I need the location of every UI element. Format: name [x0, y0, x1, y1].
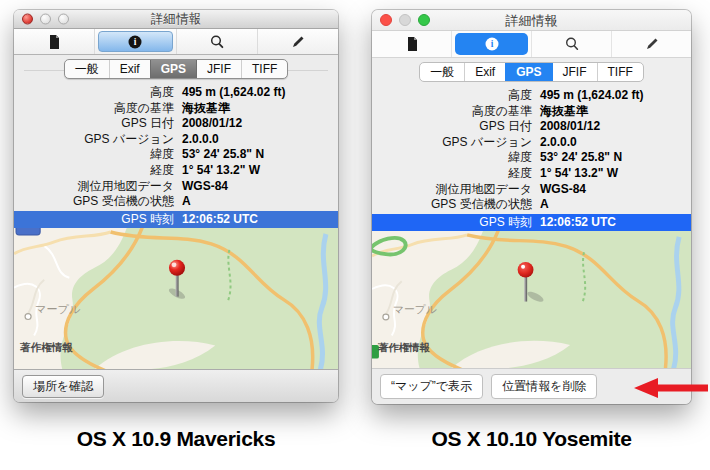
- toolbar: i: [372, 31, 691, 58]
- tab-gps[interactable]: GPS: [150, 60, 196, 78]
- document-icon: [46, 34, 62, 50]
- selected-table-row[interactable]: GPS 時刻 12:06:52 UTC: [372, 214, 691, 231]
- row-value: WGS-84: [182, 179, 228, 195]
- row-value: 1° 54' 13.2" W: [540, 166, 618, 182]
- toolbar-document-segment[interactable]: [14, 29, 94, 54]
- table-row[interactable]: GPS バージョン2.0.0.0: [372, 135, 691, 151]
- row-value: 2008/01/12: [182, 116, 242, 132]
- tab-gps[interactable]: GPS: [505, 63, 551, 81]
- row-value: 12:06:52 UTC: [182, 211, 258, 228]
- table-row[interactable]: GPS 日付2008/01/12: [372, 119, 691, 135]
- toolbar-info-segment[interactable]: i: [451, 31, 531, 57]
- search-icon: [564, 36, 580, 52]
- row-value: 2.0.0.0: [182, 132, 219, 148]
- row-value: WGS-84: [540, 182, 586, 198]
- tab-general[interactable]: 一般: [420, 63, 464, 81]
- tab-tiff[interactable]: TIFF: [597, 63, 643, 81]
- comparison-figure: 詳細情報 i: [0, 0, 710, 470]
- info-icon: i: [484, 36, 500, 52]
- toolbar-info-segment[interactable]: i: [94, 29, 175, 54]
- row-value: A: [540, 197, 549, 213]
- table-row[interactable]: GPS バージョン2.0.0.0: [14, 132, 338, 148]
- table-row[interactable]: 緯度53° 24' 25.8" N: [372, 150, 691, 166]
- tab-jfif[interactable]: JFIF: [552, 63, 597, 81]
- map-place-label: マープル: [393, 303, 437, 315]
- map-copyright-label[interactable]: 著作権情報: [19, 341, 73, 353]
- toolbar-document-segment[interactable]: [372, 31, 451, 57]
- svg-text:i: i: [134, 37, 137, 47]
- table-row[interactable]: 測位用地図データWGS-84: [372, 182, 691, 198]
- tab-general[interactable]: 一般: [65, 60, 109, 78]
- tab-exif[interactable]: Exif: [464, 63, 505, 81]
- table-row[interactable]: GPS 受信機の状態A: [372, 197, 691, 213]
- tab-strip: 一般 Exif GPS JFIF TIFF: [14, 55, 338, 83]
- tab-tiff[interactable]: TIFF: [241, 60, 287, 78]
- row-label: 高度の基準: [14, 101, 174, 117]
- row-value: 12:06:52 UTC: [540, 214, 616, 231]
- row-label: 測位用地図データ: [372, 182, 532, 198]
- row-label: GPS 受信機の状態: [14, 194, 174, 210]
- close-button[interactable]: [22, 14, 33, 25]
- row-value: 1° 54' 13.2" W: [182, 163, 260, 179]
- tab-jfif[interactable]: JFIF: [196, 60, 241, 78]
- info-icon: i: [127, 34, 143, 50]
- gps-data-table: 高度495 m (1,624.02 ft) 高度の基準海抜基準 GPS 日付20…: [372, 88, 691, 213]
- show-in-maps-button[interactable]: “マップ”で表示: [380, 374, 483, 399]
- remove-location-button[interactable]: 位置情報を削除: [491, 374, 597, 399]
- minimize-button: [40, 14, 51, 25]
- table-row[interactable]: GPS 日付2008/01/12: [14, 116, 338, 132]
- annotation-arrow-icon: [634, 378, 708, 398]
- window-title: 詳細情報: [151, 12, 201, 26]
- table-row[interactable]: 測位用地図データWGS-84: [14, 179, 338, 195]
- row-label: 経度: [14, 163, 174, 179]
- minimize-button: [399, 14, 411, 26]
- row-label: 高度: [372, 88, 532, 104]
- table-row[interactable]: 高度の基準海抜基準: [372, 104, 691, 120]
- tab-strip: 一般 Exif GPS JFIF TIFF: [372, 58, 691, 86]
- traffic-lights: [380, 14, 430, 26]
- toolbar-search-segment[interactable]: [531, 31, 611, 57]
- row-value: 53° 24' 25.8" N: [540, 150, 622, 166]
- row-value: 53° 24' 25.8" N: [182, 147, 264, 163]
- zoom-button[interactable]: [418, 14, 430, 26]
- table-row[interactable]: GPS 受信機の状態A: [14, 194, 338, 210]
- table-row[interactable]: 高度の基準海抜基準: [14, 101, 338, 117]
- row-value: 海抜基準: [182, 101, 230, 117]
- row-label: GPS バージョン: [372, 135, 532, 151]
- titlebar[interactable]: 詳細情報: [14, 10, 338, 29]
- traffic-lights: [22, 14, 69, 25]
- row-value: 495 m (1,624.02 ft): [182, 85, 285, 101]
- table-row[interactable]: 高度495 m (1,624.02 ft): [372, 88, 691, 104]
- toolbar-search-segment[interactable]: [176, 29, 257, 54]
- row-label: 経度: [372, 166, 532, 182]
- map-view[interactable]: マープル 著作権情報: [372, 231, 691, 368]
- map-view[interactable]: マープル 著作権情報: [14, 228, 338, 369]
- toolbar-edit-segment[interactable]: [257, 29, 338, 54]
- tab-exif[interactable]: Exif: [109, 60, 150, 78]
- map-tiles: マープル 著作権情報: [372, 231, 691, 368]
- selected-table-row[interactable]: GPS 時刻 12:06:52 UTC: [14, 211, 338, 228]
- close-button[interactable]: [380, 14, 392, 26]
- row-label: 緯度: [14, 147, 174, 163]
- yosemite-window: 詳細情報 i: [372, 10, 691, 404]
- zoom-button: [58, 14, 69, 25]
- row-label: 高度: [14, 85, 174, 101]
- table-row[interactable]: 経度1° 54' 13.2" W: [372, 166, 691, 182]
- mavericks-window: 詳細情報 i: [14, 10, 338, 402]
- map-copyright-label[interactable]: 著作権情報: [377, 342, 431, 353]
- confirm-location-button[interactable]: 場所を確認: [22, 375, 104, 398]
- row-value: 海抜基準: [540, 104, 588, 120]
- caption-yosemite: OS X 10.10 Yosemite: [372, 427, 691, 451]
- gps-info-pane: 一般 Exif GPS JFIF TIFF 高度495 m (1,624.02 …: [372, 58, 691, 368]
- table-row[interactable]: 高度495 m (1,624.02 ft): [14, 85, 338, 101]
- gps-data-table: 高度495 m (1,624.02 ft) 高度の基準海抜基準 GPS 日付20…: [14, 85, 338, 210]
- document-icon: [404, 36, 420, 52]
- toolbar: i: [14, 29, 338, 55]
- row-label: 緯度: [372, 150, 532, 166]
- toolbar-edit-segment[interactable]: [611, 31, 691, 57]
- search-icon: [209, 34, 225, 50]
- titlebar[interactable]: 詳細情報: [372, 10, 691, 31]
- table-row[interactable]: 緯度53° 24' 25.8" N: [14, 147, 338, 163]
- table-row[interactable]: 経度1° 54' 13.2" W: [14, 163, 338, 179]
- metadata-tabs: 一般 Exif GPS JFIF TIFF: [64, 59, 289, 79]
